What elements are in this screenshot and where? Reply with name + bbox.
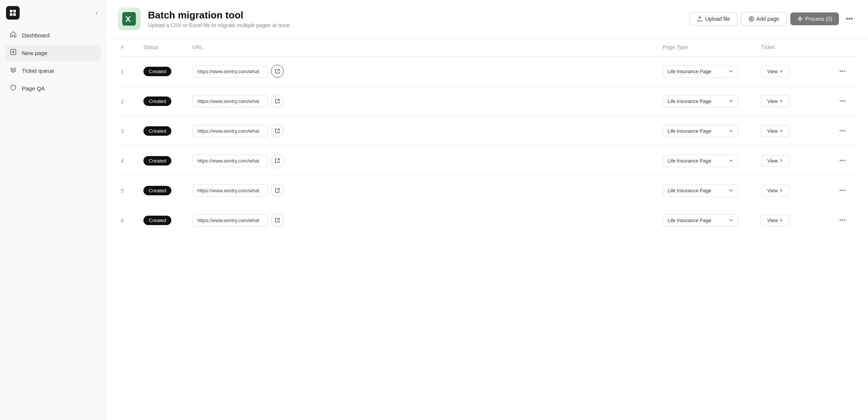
page-type-select[interactable]: Life Insurance Page <box>663 125 738 137</box>
chevron-right-icon <box>779 129 783 133</box>
process-button[interactable]: Process (0) <box>790 12 839 25</box>
row-status: Created <box>140 214 189 227</box>
page-type-select[interactable]: Life Insurance Page <box>663 184 738 197</box>
row-number: 4 <box>118 156 140 166</box>
table-row: 1 Created Life Insurance Page <box>118 57 856 86</box>
external-link-icon <box>275 218 280 223</box>
row-ticket: View <box>758 124 833 138</box>
url-input[interactable] <box>192 95 268 107</box>
url-input[interactable] <box>192 125 268 137</box>
sidebar-collapse-button[interactable]: ‹ <box>94 8 99 18</box>
status-badge: Created <box>143 156 171 166</box>
row-page-type: Life Insurance Page <box>660 183 758 198</box>
sidebar-item-label: Page QA <box>22 85 45 92</box>
row-ticket: View <box>758 153 833 168</box>
url-input[interactable] <box>192 214 268 227</box>
row-more-button[interactable]: ••• <box>836 126 849 136</box>
sidebar: ‹ Dashboard New page <box>0 0 106 420</box>
table-row: 6 Created Life Insurance Page <box>118 205 856 235</box>
table-container: # Status URL Page Type Ticket 1 Created <box>106 38 868 420</box>
home-icon <box>9 31 17 40</box>
url-input[interactable] <box>192 65 268 78</box>
plus-square-icon <box>9 49 17 57</box>
chevron-right-icon <box>779 99 783 103</box>
sparkle-icon <box>797 16 803 22</box>
external-link-button[interactable] <box>271 124 284 137</box>
status-badge: Created <box>143 216 171 225</box>
row-url <box>189 153 660 169</box>
row-url <box>189 63 660 79</box>
page-title: Batch migration tool <box>148 9 682 21</box>
sidebar-item-label: Ticket queue <box>22 67 54 74</box>
row-more-button[interactable]: ••• <box>836 215 849 225</box>
row-status: Created <box>140 65 189 78</box>
row-number: 1 <box>118 67 140 76</box>
row-url <box>189 212 660 228</box>
col-header-url: URL <box>189 43 660 52</box>
view-button[interactable]: View <box>761 66 790 77</box>
url-input[interactable] <box>192 155 268 167</box>
row-page-type: Life Insurance Page <box>660 213 758 228</box>
chevron-down-icon <box>729 218 733 222</box>
sidebar-item-ticket-queue[interactable]: Ticket queue <box>5 63 101 79</box>
row-more-button[interactable]: ••• <box>836 156 849 166</box>
sidebar-header: ‹ <box>5 6 101 20</box>
page-type-select[interactable]: Life Insurance Page <box>663 155 738 167</box>
row-more: ••• <box>833 124 856 137</box>
upload-icon <box>697 16 703 22</box>
svg-rect-2 <box>10 13 12 16</box>
sidebar-item-dashboard[interactable]: Dashboard <box>5 27 101 43</box>
page-type-select[interactable]: Life Insurance Page <box>663 95 738 107</box>
external-link-button[interactable] <box>271 95 284 107</box>
col-header-ticket: Ticket <box>758 43 833 52</box>
sidebar-item-page-qa[interactable]: Page QA <box>5 80 101 97</box>
external-link-icon <box>275 69 280 74</box>
view-button[interactable]: View <box>761 215 790 226</box>
row-more-button[interactable]: ••• <box>836 185 849 195</box>
view-button[interactable]: View <box>761 155 790 167</box>
page-subtitle: Upload a CSV or Excel file to migrate mu… <box>148 22 682 28</box>
table-body: 1 Created Life Insurance Page <box>118 57 856 235</box>
svg-rect-0 <box>10 10 12 12</box>
svg-rect-3 <box>13 13 16 16</box>
row-page-type: Life Insurance Page <box>660 64 758 79</box>
chevron-down-icon <box>729 188 733 193</box>
row-number: 2 <box>118 97 140 106</box>
sidebar-item-new-page[interactable]: New page <box>5 45 101 61</box>
row-more: ••• <box>833 95 856 107</box>
row-ticket: View <box>758 183 833 198</box>
view-button[interactable]: View <box>761 185 790 196</box>
view-button[interactable]: View <box>761 95 790 107</box>
header-actions: Upload file Add page Process (0) ••• <box>689 12 856 26</box>
row-number: 6 <box>118 216 140 225</box>
url-input[interactable] <box>192 184 268 197</box>
row-status: Created <box>140 184 189 197</box>
more-options-button[interactable]: ••• <box>843 12 856 26</box>
chevron-right-icon <box>779 218 783 222</box>
add-page-button[interactable]: Add page <box>741 12 786 26</box>
row-more: ••• <box>833 184 856 197</box>
external-link-button[interactable] <box>271 65 284 78</box>
upload-file-button[interactable]: Upload file <box>689 12 737 26</box>
row-number: 3 <box>118 126 140 136</box>
external-link-button[interactable] <box>271 184 284 197</box>
tool-icon: X <box>118 8 140 30</box>
app-logo[interactable] <box>6 6 20 20</box>
page-type-select[interactable]: Life Insurance Page <box>663 65 738 78</box>
external-link-icon <box>275 158 280 163</box>
row-ticket: View <box>758 94 833 109</box>
chevron-down-icon <box>729 69 733 74</box>
row-ticket: View <box>758 213 833 228</box>
page-type-select[interactable]: Life Insurance Page <box>663 214 738 227</box>
row-more-button[interactable]: ••• <box>836 96 849 106</box>
external-link-button[interactable] <box>271 154 284 167</box>
external-link-button[interactable] <box>271 214 284 227</box>
view-button[interactable]: View <box>761 125 790 137</box>
row-page-type: Life Insurance Page <box>660 153 758 169</box>
chevron-right-icon <box>779 69 783 73</box>
row-more-button[interactable]: ••• <box>836 66 849 76</box>
chevron-right-icon <box>779 159 783 162</box>
row-status: Created <box>140 155 189 167</box>
table-row: 2 Created Life Insurance Page <box>118 86 856 116</box>
col-header-num: # <box>118 43 140 52</box>
